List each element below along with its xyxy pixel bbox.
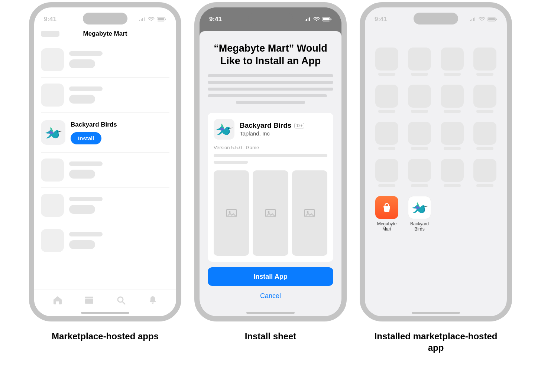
svg-rect-19 <box>496 19 497 20</box>
bird-icon <box>215 120 233 138</box>
screenshot-placeholder[interactable] <box>292 170 327 256</box>
app-placeholder[interactable] <box>437 48 467 76</box>
battery-icon <box>322 17 332 22</box>
notch <box>414 13 458 24</box>
nav-header: Megabyte Mart <box>34 25 176 42</box>
description-placeholder <box>208 74 333 108</box>
list-item-placeholder <box>41 188 169 223</box>
list-item-backyard-birds[interactable]: Backyard Birds Install <box>41 113 169 153</box>
app-name-label: Backyard Birds <box>71 121 117 128</box>
wifi-icon <box>148 17 155 22</box>
cancel-button[interactable]: Cancel <box>208 290 333 302</box>
tab-bar <box>34 290 176 311</box>
bird-icon <box>411 199 428 216</box>
svg-rect-2 <box>158 18 164 20</box>
install-app-button[interactable]: Install App <box>208 267 333 286</box>
caption-marketplace: Marketplace-hosted apps <box>52 330 159 342</box>
wifi-icon <box>479 17 485 22</box>
svg-rect-18 <box>488 18 495 20</box>
battery-icon <box>157 17 166 22</box>
app-backyard-birds[interactable]: Backyard Birds <box>404 196 435 232</box>
app-card: Backyard Birds 12+ Tapland, Inc Version … <box>208 113 333 262</box>
app-placeholder[interactable] <box>470 85 500 113</box>
status-time: 9:41 <box>209 16 222 23</box>
home-indicator <box>246 312 295 314</box>
app-placeholder[interactable] <box>470 122 500 150</box>
app-icon-backyard-birds <box>41 120 65 145</box>
app-name-label: Backyard Birds <box>240 121 291 130</box>
app-placeholder[interactable] <box>372 48 402 76</box>
cellular-icon <box>304 17 311 22</box>
developer-label: Tapland, Inc <box>240 130 304 137</box>
status-time: 9:41 <box>44 16 56 23</box>
phone-install-sheet: 9:41 “Megabyte Mart” Would Like to Insta… <box>194 2 347 321</box>
cellular-icon <box>470 17 476 22</box>
app-label: Backyard Birds <box>406 221 433 232</box>
svg-point-12 <box>229 211 230 213</box>
app-placeholder[interactable] <box>437 122 467 150</box>
app-placeholder[interactable] <box>470 159 500 187</box>
svg-rect-10 <box>331 19 331 20</box>
app-placeholder[interactable] <box>470 48 500 76</box>
svg-rect-9 <box>323 18 330 20</box>
phone-home-screen: 9:41 <box>360 2 512 321</box>
status-indicators <box>139 17 166 22</box>
list-item-placeholder <box>41 78 169 113</box>
app-icon-backyard-birds <box>214 119 234 140</box>
cellular-icon <box>139 17 146 22</box>
app-placeholder[interactable] <box>372 85 402 113</box>
app-placeholder[interactable] <box>372 122 402 150</box>
svg-rect-4 <box>85 297 93 298</box>
caption-installed: Installed marketplace-hosted app <box>369 330 503 353</box>
list-item-placeholder <box>41 42 169 78</box>
app-placeholder[interactable] <box>404 85 435 113</box>
age-rating-badge: 12+ <box>294 123 304 128</box>
notch <box>83 13 127 24</box>
bird-icon <box>44 124 62 141</box>
home-tab-icon[interactable] <box>52 295 63 306</box>
browse-tab-icon[interactable] <box>84 295 94 306</box>
svg-point-16 <box>307 211 309 213</box>
battery-icon <box>487 17 497 22</box>
back-button-placeholder[interactable] <box>41 31 59 37</box>
app-label: Megabyte Mart <box>373 221 400 232</box>
status-time: 9:41 <box>375 16 387 23</box>
notifications-tab-icon[interactable] <box>148 295 158 306</box>
basket-icon <box>380 200 394 215</box>
install-button[interactable]: Install <box>71 132 101 144</box>
app-placeholder[interactable] <box>404 122 435 150</box>
backyard-birds-icon <box>408 196 431 219</box>
list-item-placeholder <box>41 223 169 258</box>
search-tab-icon[interactable] <box>116 295 126 306</box>
caption-install-sheet: Install sheet <box>245 330 297 342</box>
app-list[interactable]: Backyard Birds Install <box>34 42 176 295</box>
svg-line-7 <box>123 302 125 304</box>
app-placeholder[interactable] <box>437 159 467 187</box>
app-placeholder[interactable] <box>372 159 402 187</box>
install-sheet: “Megabyte Mart” Would Like to Install an… <box>200 31 341 316</box>
svg-point-14 <box>268 211 269 213</box>
status-indicators <box>304 17 332 22</box>
screenshot-placeholder[interactable] <box>214 170 249 256</box>
wifi-icon <box>313 17 320 22</box>
nav-title: Megabyte Mart <box>83 30 127 37</box>
app-placeholder[interactable] <box>404 48 435 76</box>
megabyte-mart-icon <box>375 196 398 219</box>
phone-marketplace: 9:41 Megabyte Mart Backya <box>29 2 181 321</box>
status-indicators <box>470 17 497 22</box>
sheet-title: “Megabyte Mart” Would Like to Install an… <box>208 42 333 68</box>
list-item-placeholder <box>41 153 169 188</box>
svg-point-6 <box>118 297 123 302</box>
screenshots-row[interactable] <box>214 170 327 256</box>
screenshot-placeholder[interactable] <box>253 170 288 256</box>
home-indicator <box>412 312 460 314</box>
home-screen-grid[interactable]: Megabyte Mart Backyard Birds <box>365 25 507 232</box>
app-placeholder[interactable] <box>437 85 467 113</box>
svg-rect-5 <box>85 299 93 304</box>
app-megabyte-mart[interactable]: Megabyte Mart <box>372 196 402 232</box>
svg-rect-3 <box>165 19 166 20</box>
notch <box>248 13 293 24</box>
version-category-label: Version 5.5.0 · Game <box>214 145 327 150</box>
app-placeholder[interactable] <box>404 159 435 187</box>
home-indicator <box>81 312 129 314</box>
